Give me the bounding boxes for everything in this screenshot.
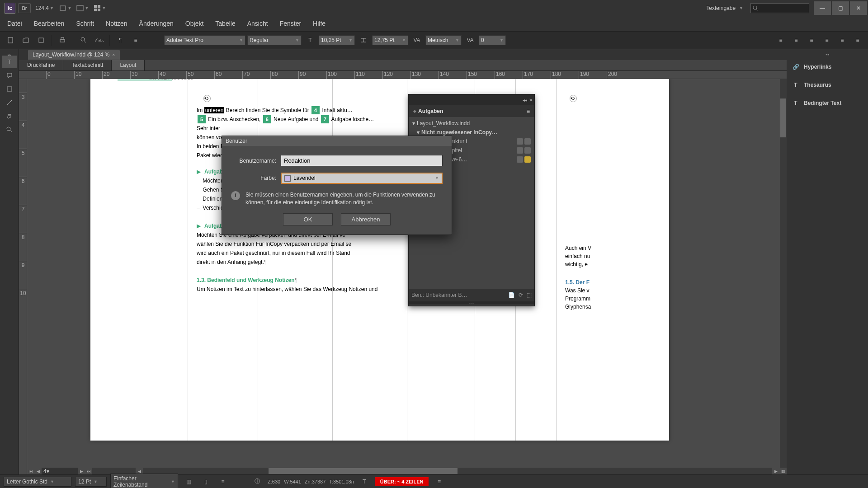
panel-thesaurus[interactable]: T Thesaurus <box>788 76 866 94</box>
view-tab-layout[interactable]: Layout <box>112 60 145 70</box>
search-input[interactable] <box>750 3 809 13</box>
titlebar: Ic Br 124,4 ▼ ▼ ▼ ▼ Texteingabe ▼ — ▢ ✕ <box>0 0 868 16</box>
bridge-button[interactable]: Br <box>18 3 31 13</box>
scroll-right-button[interactable]: ▶ <box>772 468 779 474</box>
menu-schrift[interactable]: Schrift <box>71 17 99 30</box>
menu-aenderungen[interactable]: Änderungen <box>134 17 179 30</box>
page-field[interactable]: 4▾ <box>42 468 78 474</box>
collapse-icon[interactable]: ◂◂ <box>523 98 527 103</box>
tracking-select[interactable]: 0▼ <box>479 35 506 45</box>
svg-rect-5 <box>98 9 100 11</box>
dialog-titlebar[interactable]: Benutzer <box>222 136 452 146</box>
status-spacing-select[interactable]: Einfacher Zeilenabstand▼ <box>110 474 178 488</box>
cancel-button[interactable]: Abbrechen <box>341 213 391 225</box>
align-justify-last-button[interactable]: ≡ <box>835 33 849 47</box>
new-button[interactable] <box>4 33 17 47</box>
panel-label: Hyperlinks <box>804 64 831 70</box>
lines-icon[interactable]: ≡ <box>216 475 230 488</box>
align-right-button[interactable]: ≡ <box>805 33 818 47</box>
tracking-value: 0 <box>481 37 484 43</box>
position-tool[interactable] <box>2 83 17 95</box>
ok-button[interactable]: OK <box>283 213 333 225</box>
menu-hilfe[interactable]: Hilfe <box>307 17 331 30</box>
font-size-select[interactable]: 10,25 Pt▼ <box>319 35 355 45</box>
badge-5: 5 <box>198 115 206 123</box>
first-page-button[interactable]: ⏮ <box>27 468 34 474</box>
close-button[interactable]: ✕ <box>850 1 867 15</box>
menu-bearbeiten[interactable]: Bearbeiten <box>28 17 70 30</box>
scrollbar-thumb[interactable] <box>269 468 458 474</box>
menu-objekt[interactable]: Objekt <box>180 17 209 30</box>
view-tab-textabschnitt[interactable]: Textabschnitt <box>63 60 112 70</box>
page-navigator[interactable]: ⏮ ◀ 4▾ ▶ ⏭ <box>27 468 92 474</box>
username-input[interactable] <box>281 155 443 166</box>
last-page-button[interactable]: ⏭ <box>85 468 92 474</box>
view-tab-druckfahne[interactable]: Druckfahne <box>19 60 63 70</box>
page-icon[interactable]: ▯ <box>199 475 212 488</box>
align-justify-button[interactable]: ≡ <box>820 33 834 47</box>
tree-root[interactable]: ▾ Layout_Workflow.indd <box>410 119 533 128</box>
menu-datei[interactable]: Datei <box>2 17 28 30</box>
badge-4: 4 <box>311 106 320 114</box>
arrange-button[interactable]: ▼ <box>93 2 107 14</box>
note-tool[interactable] <box>2 69 17 82</box>
menu-tabelle[interactable]: Tabelle <box>210 17 241 30</box>
split-view-button[interactable]: ▦ <box>779 468 787 474</box>
status-icon <box>517 138 523 145</box>
paragraph-marks-button[interactable]: ¶ <box>113 33 127 47</box>
panel-menu-icon[interactable]: ≡ <box>527 108 530 114</box>
type-tool[interactable]: T <box>2 56 17 68</box>
svg-rect-9 <box>39 38 43 42</box>
next-page-button[interactable]: ▶ <box>78 468 85 474</box>
status-size-select[interactable]: 12 Pt▼ <box>75 477 107 487</box>
view-options-button[interactable]: ▼ <box>58 2 73 14</box>
eyedropper-tool[interactable] <box>2 96 17 109</box>
refresh-icon[interactable]: ⟳ <box>519 292 523 298</box>
update-icon[interactable]: ⬚ <box>527 292 532 298</box>
zoom-tool[interactable] <box>2 123 17 136</box>
text-frame-col2[interactable]: Auch ein V einfach nu wichtig, e 1.5. De… <box>565 244 656 311</box>
new-assignment-icon[interactable]: 📄 <box>508 292 515 298</box>
align-center-button[interactable]: ≡ <box>789 33 803 47</box>
hand-tool[interactable] <box>2 110 17 122</box>
document-tab[interactable]: Layout_Workflow.indd @ 124 % × <box>28 50 120 60</box>
horizontal-ruler[interactable]: 0102030405060708090100110120130140150160… <box>19 71 787 79</box>
close-icon[interactable]: × <box>112 52 115 57</box>
leading-select[interactable]: 12,75 Pt▼ <box>372 35 408 45</box>
close-icon[interactable]: ✕ <box>529 98 533 103</box>
svg-rect-10 <box>60 39 65 42</box>
vertical-scrollbar[interactable] <box>780 79 787 468</box>
scrollbar-thumb[interactable] <box>780 99 786 137</box>
menu-flyout[interactable]: ≡ <box>129 33 142 47</box>
print-button[interactable] <box>56 33 69 47</box>
font-style-select[interactable]: Regular▼ <box>247 35 302 45</box>
maximize-button[interactable]: ▢ <box>832 1 849 15</box>
kerning-select[interactable]: Metrisch▼ <box>425 35 462 45</box>
prev-page-button[interactable]: ◀ <box>34 468 42 474</box>
minimize-button[interactable]: — <box>814 1 831 15</box>
font-family-select[interactable]: Adobe Text Pro▼ <box>164 35 245 45</box>
workspace-selector[interactable]: Texteingabe ▼ <box>703 3 747 13</box>
open-button[interactable] <box>19 33 33 47</box>
menu-flyout-right[interactable]: ≡ <box>851 33 864 47</box>
menu-notizen[interactable]: Notizen <box>100 17 132 30</box>
color-select[interactable]: Lavendel ▼ <box>281 173 443 184</box>
resize-grip[interactable]: ▪▪▪▪ <box>409 301 534 304</box>
find-button[interactable] <box>77 33 90 47</box>
svg-line-7 <box>756 9 758 10</box>
align-left-button[interactable]: ≡ <box>774 33 788 47</box>
save-button[interactable] <box>34 33 48 47</box>
menu-ansicht[interactable]: Ansicht <box>242 17 274 30</box>
zoom-level[interactable]: 124,4 ▼ <box>33 2 56 14</box>
control-toolbar: ✓abc ¶ ≡ Adobe Text Pro▼ Regular▼ T 10,2… <box>0 31 868 49</box>
menu-fenster[interactable]: Fenster <box>274 17 307 30</box>
vertical-ruler[interactable]: 345678910 <box>19 79 27 474</box>
panel-bedingter-text[interactable]: T Bedingter Text <box>788 94 866 112</box>
columns-icon[interactable]: ▥ <box>182 475 195 488</box>
screen-mode-button[interactable]: ▼ <box>75 2 90 14</box>
status-font-select[interactable]: Letter Gothic Std▼ <box>4 477 71 487</box>
panel-hyperlinks[interactable]: 🔗 Hyperlinks <box>788 58 866 76</box>
spellcheck-button[interactable]: ✓abc <box>92 33 106 47</box>
svg-rect-0 <box>60 6 66 10</box>
flyout-icon[interactable]: ≡ <box>432 475 446 488</box>
